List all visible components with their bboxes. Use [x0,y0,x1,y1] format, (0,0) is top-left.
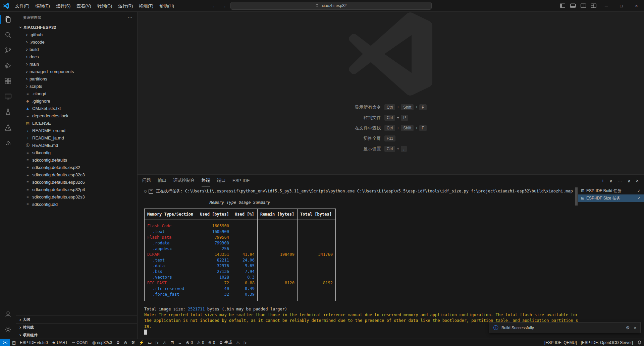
status-device-target[interactable]: ◎esp32s3 [90,339,114,346]
tree-item[interactable]: ›build [16,46,137,53]
menu-item[interactable]: 转到(G) [94,0,115,12]
close-panel-icon[interactable]: × [636,178,639,183]
activity-source-control-icon[interactable] [0,43,16,58]
status-qemu-status[interactable]: [ESP-IDF: QEMU] [542,339,579,346]
back-icon[interactable]: ← [212,3,217,9]
new-terminal-icon[interactable]: + [601,178,604,183]
activity-testing-icon[interactable] [0,104,16,120]
terminal-dropdown-icon[interactable]: ∨ [609,178,612,183]
menu-item[interactable]: 文件(F) [12,0,33,12]
tree-item[interactable]: ▲CMakeLists.txt [16,105,137,112]
tree-item[interactable]: ≡sdkconfig.defaults.esp32s3 [16,193,137,200]
tree-item[interactable]: ▤LICENSE [16,119,137,127]
tree-item[interactable]: ≡sdkconfig.defaults.esp32c3 [16,171,137,178]
toggle-panel-icon[interactable] [568,0,578,11]
terminal[interactable]: ○ * 正在执行任务: C:\Users\Li\.espressif\pytho… [138,186,578,339]
terminal-scrollbar[interactable] [575,187,578,206]
menu-item[interactable]: 运行(R) [115,0,136,12]
terminal-list-item[interactable]: ⊞ESP-IDF Size 任务✓ [578,194,644,202]
tree-item[interactable]: ≡sdkconfig [16,149,137,156]
menu-item[interactable]: 编辑(E) [33,0,53,12]
tree-item[interactable]: ›partitions [16,75,137,82]
tree-item[interactable]: ›.vscode [16,38,137,46]
sidebar-section-时间线[interactable]: ›时间线 [16,323,137,331]
menu-item[interactable]: 帮助(H) [156,0,177,12]
tree-item[interactable]: ›main [16,60,137,68]
terminal-list-item[interactable]: ⊞ESP-IDF Build 任务✓ [578,187,644,194]
activity-run-debug-icon[interactable] [0,58,16,73]
menu-item[interactable]: 选择(S) [53,0,73,12]
tree-item[interactable]: ≡sdkconfig.defaults [16,156,137,164]
status-launch[interactable]: → [176,339,184,346]
more-actions-icon[interactable]: ⋯ [127,15,132,21]
status-menuconfig[interactable]: ⚒ [129,339,137,346]
status-idf-settings[interactable]: ⚙ [114,339,122,346]
tree-item[interactable]: ≡.clangd [16,90,137,97]
tree-item-label: scripts [30,84,42,89]
status-ports-forwarded[interactable]: ⊛0 [206,339,217,346]
panel-tab-终端[interactable]: 终端 [202,175,210,186]
status-build-task[interactable]: ⚙生成 [217,339,234,346]
tree-item[interactable]: ›docs [16,53,137,60]
activity-account-icon[interactable] [0,306,16,322]
panel-tab-调试控制台[interactable]: 调试控制台 [173,175,195,186]
tree-root-folder[interactable]: › XIAOZHI-ESP32 [16,23,137,31]
close-button[interactable]: × [629,0,644,11]
status-flash-task[interactable]: ♨ [234,339,242,346]
panel-tab-ESP-IDF[interactable]: ESP-IDF [232,175,250,186]
tree-item[interactable]: ↓README_en.md [16,127,137,134]
tree-item[interactable]: ≡sdkconfig.defaults.esp32c6 [16,178,137,186]
command-center-search[interactable]: xiaozhi-esp32 [230,2,432,10]
maximize-button[interactable]: □ [614,0,629,11]
activity-search-icon[interactable] [0,27,16,43]
tree-item[interactable]: ≡dependencies.lock [16,112,137,119]
customize-layout-icon[interactable] [588,0,599,11]
minimize-button[interactable]: ─ [599,0,614,11]
tree-item[interactable]: ◆.gitignore [16,97,137,105]
activity-esp-idf-icon[interactable] [0,135,16,151]
notification-toast[interactable]: ⓘ Build Successfully ⚙ × [489,322,641,333]
status-problems[interactable]: ⊗0⚠0 [184,339,206,346]
status-notifications[interactable] [635,339,644,346]
menu-item[interactable]: 终端(T) [136,0,156,12]
panel-tab-端口[interactable]: 端口 [217,175,226,186]
status-file-indicator[interactable]: ▤ [10,339,18,346]
status-serial-port[interactable]: ⊸COM1 [70,339,90,346]
status-remote[interactable]: >< [0,339,10,346]
tree-item[interactable]: ≡sdkconfig.defaults.esp32p4 [16,186,137,193]
status-monitor-device[interactable]: ▭ [146,339,154,346]
status-run-task[interactable]: ▷ [242,339,249,346]
status-full-clean[interactable]: ⊘ [122,339,129,346]
sidebar-section-大纲[interactable]: ›大纲 [16,315,137,323]
status-build-artifacts[interactable]: ⊡ [168,339,176,346]
tree-item[interactable]: ›.github [16,31,137,38]
menu-item[interactable]: 查看(V) [73,0,94,12]
tree-item[interactable]: ⓘREADME.md [16,141,137,149]
more-actions-icon[interactable]: ⋯ [618,178,623,183]
status-debug-device[interactable]: ▷ [154,339,161,346]
status-openocd-status[interactable]: [ESP-IDF: OpenOCD Server] [579,339,635,346]
activity-explorer-icon[interactable] [0,12,16,27]
tree-item[interactable]: ≡sdkconfig.defaults.esp32 [16,164,137,171]
status-esp-idf-version[interactable]: ESP-IDF v5.5.0 [18,339,50,346]
status-flash-device[interactable]: ⚡ [137,339,146,346]
activity-extensions-icon[interactable] [0,73,16,89]
notification-close-icon[interactable]: × [634,325,636,330]
panel-tab-问题[interactable]: 问题 [142,175,151,186]
activity-settings-icon[interactable] [0,322,16,337]
tree-item[interactable]: ›managed_components [16,68,137,75]
tree-item[interactable]: ≡sdkconfig.old [16,200,137,208]
sidebar-section-项目组件[interactable]: ›项目组件 [16,331,137,339]
toggle-secondary-sidebar-icon[interactable] [578,0,588,11]
status-idf-terminal[interactable]: ♨ [161,339,169,346]
tree-item[interactable]: ↓README_ja.md [16,134,137,141]
maximize-panel-icon[interactable]: ∧ [628,178,631,183]
status-flash-method[interactable]: ★UART [50,339,70,346]
toggle-sidebar-icon[interactable] [557,0,568,11]
panel-tab-输出[interactable]: 输出 [158,175,166,186]
notification-settings-icon[interactable]: ⚙ [626,325,630,330]
activity-cmake-icon[interactable] [0,120,16,135]
activity-remote-explorer-icon[interactable] [0,89,16,104]
forward-icon[interactable]: → [221,3,226,9]
tree-item[interactable]: ›scripts [16,82,137,90]
